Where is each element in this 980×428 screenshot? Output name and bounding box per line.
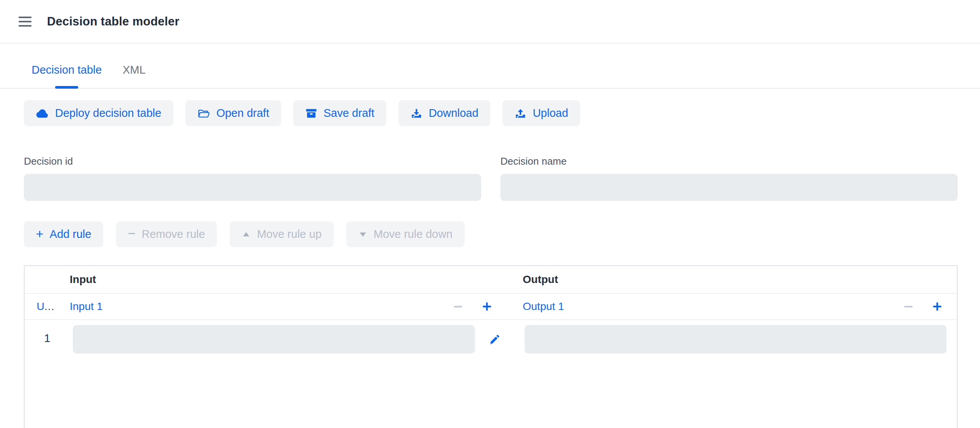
triangle-down-icon — [358, 230, 368, 239]
app-header: Decision table modeler — [0, 0, 980, 44]
cloud-icon — [36, 108, 49, 118]
tab-decision-table[interactable]: Decision table — [31, 64, 102, 88]
remove-rule-button[interactable]: − Remove rule — [116, 221, 217, 247]
move-rule-up-button-label: Move rule up — [257, 228, 322, 241]
input-column-header-cell: Input 1 — [70, 300, 523, 313]
table-header-row: Input Output — [25, 266, 957, 294]
add-input-column-button[interactable] — [481, 301, 493, 312]
remove-input-column-button[interactable] — [452, 301, 464, 312]
open-draft-button-label: Open draft — [216, 107, 269, 120]
menu-icon[interactable] — [18, 17, 32, 27]
folder-open-icon — [197, 108, 210, 119]
page-title: Decision table modeler — [47, 15, 180, 29]
pencil-icon — [488, 333, 501, 346]
archive-box-icon — [305, 107, 317, 120]
download-button[interactable]: Download — [398, 100, 490, 126]
remove-rule-button-label: Remove rule — [142, 228, 205, 241]
output-column-header-cell: Output 1 — [523, 300, 957, 313]
rule-number: 1 — [25, 325, 70, 345]
active-tab-indicator — [55, 86, 78, 89]
tab-xml-label: XML — [123, 64, 146, 76]
decision-name-group: Decision name — [500, 155, 958, 201]
rule-input-cell — [70, 325, 523, 354]
hit-policy-ellipsis: ... — [44, 300, 54, 312]
output-section-header: Output — [523, 273, 957, 286]
rule-output-cell — [523, 325, 957, 354]
decision-id-group: Decision id — [24, 155, 481, 201]
add-output-column-button[interactable] — [931, 301, 943, 312]
hit-policy-abbrev: U — [37, 300, 44, 312]
tab-decision-table-label: Decision table — [32, 64, 102, 76]
download-tray-icon — [410, 107, 423, 120]
plus-icon — [481, 301, 493, 312]
output-column-label[interactable]: Output 1 — [523, 300, 564, 313]
download-button-label: Download — [429, 107, 478, 120]
move-rule-down-button[interactable]: Move rule down — [346, 221, 465, 247]
decision-form: Decision id Decision name — [24, 155, 958, 201]
add-rule-button[interactable]: + Add rule — [24, 221, 103, 247]
deploy-decision-table-button[interactable]: Deploy decision table — [24, 100, 173, 126]
decision-id-label: Decision id — [24, 155, 481, 167]
decision-table: Input Output U... Input 1 Output 1 — [24, 265, 958, 428]
triangle-up-icon — [242, 230, 251, 239]
remove-output-column-button[interactable] — [903, 301, 914, 312]
main-toolbar: Deploy decision table Open draft Save dr… — [24, 100, 980, 126]
tab-xml[interactable]: XML — [122, 64, 146, 88]
decision-name-label: Decision name — [500, 155, 958, 167]
rule-output-field[interactable] — [525, 325, 946, 354]
decision-name-input[interactable] — [500, 174, 958, 201]
input-column-label[interactable]: Input 1 — [70, 300, 103, 313]
upload-button-label: Upload — [533, 107, 568, 120]
table-columns-row: U... Input 1 Output 1 — [25, 294, 957, 320]
upload-tray-icon — [514, 107, 527, 120]
tab-bar: Decision table XML — [0, 44, 980, 89]
open-draft-button[interactable]: Open draft — [185, 100, 281, 126]
save-draft-button-label: Save draft — [324, 107, 374, 120]
table-row: 1 — [25, 320, 957, 354]
move-rule-down-button-label: Move rule down — [374, 228, 453, 241]
minus-icon — [453, 302, 463, 312]
add-rule-button-label: Add rule — [50, 228, 91, 241]
move-rule-up-button[interactable]: Move rule up — [230, 221, 334, 247]
plus-icon — [931, 301, 943, 312]
minus-icon — [903, 302, 913, 312]
rule-toolbar: + Add rule − Remove rule Move rule up Mo… — [24, 221, 980, 247]
input-section-header: Input — [70, 273, 523, 286]
save-draft-button[interactable]: Save draft — [293, 100, 386, 126]
decision-id-input[interactable] — [24, 174, 481, 201]
edit-rule-button[interactable] — [488, 333, 501, 346]
plus-icon: + — [36, 227, 44, 240]
deploy-button-label: Deploy decision table — [55, 107, 161, 120]
minus-icon: − — [128, 227, 136, 240]
hit-policy-cell[interactable]: U... — [25, 300, 70, 313]
rule-input-field[interactable] — [73, 325, 475, 354]
upload-button[interactable]: Upload — [502, 100, 580, 126]
